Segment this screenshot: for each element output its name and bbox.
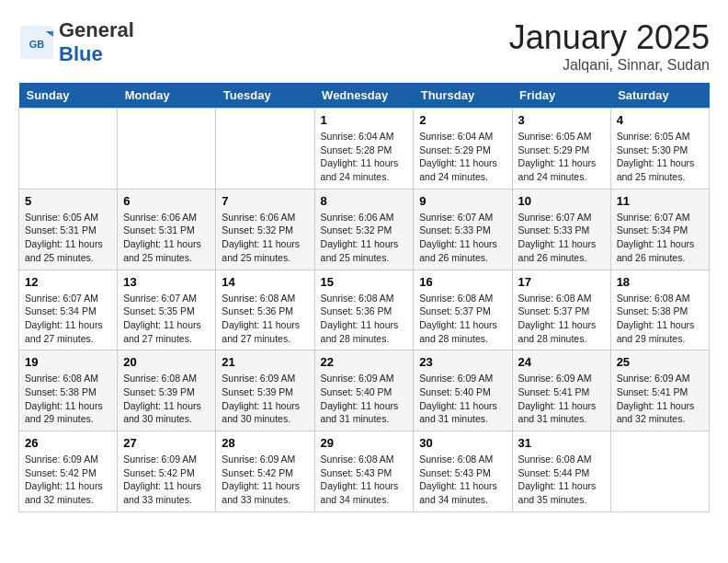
day-info: Sunrise: 6:06 AM Sunset: 5:31 PM Dayligh… [123,211,210,265]
day-info: Sunrise: 6:05 AM Sunset: 5:29 PM Dayligh… [518,130,605,184]
weekday-header-monday: Monday [118,83,216,109]
day-info: Sunrise: 6:09 AM Sunset: 5:40 PM Dayligh… [419,372,506,426]
calendar-cell: 3Sunrise: 6:05 AM Sunset: 5:29 PM Daylig… [512,109,610,190]
day-info: Sunrise: 6:04 AM Sunset: 5:29 PM Dayligh… [419,130,506,184]
page-header: GB General Blue January 2025 Jalqani, Si… [18,18,710,74]
calendar-cell: 27Sunrise: 6:09 AM Sunset: 5:42 PM Dayli… [118,431,216,512]
day-info: Sunrise: 6:07 AM Sunset: 5:34 PM Dayligh… [617,211,703,265]
day-info: Sunrise: 6:05 AM Sunset: 5:31 PM Dayligh… [25,211,111,265]
calendar-cell: 28Sunrise: 6:09 AM Sunset: 5:42 PM Dayli… [216,431,314,512]
day-info: Sunrise: 6:09 AM Sunset: 5:42 PM Dayligh… [222,453,308,507]
day-info: Sunrise: 6:09 AM Sunset: 5:42 PM Dayligh… [25,453,111,507]
day-info: Sunrise: 6:07 AM Sunset: 5:34 PM Dayligh… [25,292,111,346]
month-title: January 2025 [509,18,710,57]
day-number: 23 [419,355,506,369]
calendar-cell: 8Sunrise: 6:06 AM Sunset: 5:32 PM Daylig… [314,189,414,270]
day-number: 16 [419,275,506,289]
weekday-header-sunday: Sunday [19,83,118,109]
calendar-cell: 20Sunrise: 6:08 AM Sunset: 5:39 PM Dayli… [118,350,216,431]
day-number: 26 [25,436,111,450]
day-number: 19 [25,355,111,369]
calendar-cell: 22Sunrise: 6:09 AM Sunset: 5:40 PM Dayli… [314,350,414,431]
day-info: Sunrise: 6:08 AM Sunset: 5:36 PM Dayligh… [222,292,308,346]
day-number: 1 [321,113,408,127]
calendar-cell: 14Sunrise: 6:08 AM Sunset: 5:36 PM Dayli… [216,270,314,350]
day-info: Sunrise: 6:09 AM Sunset: 5:40 PM Dayligh… [321,372,408,426]
day-info: Sunrise: 6:06 AM Sunset: 5:32 PM Dayligh… [321,211,408,265]
calendar-cell: 7Sunrise: 6:06 AM Sunset: 5:32 PM Daylig… [216,189,314,270]
day-number: 25 [617,355,703,369]
day-info: Sunrise: 6:09 AM Sunset: 5:42 PM Dayligh… [123,453,210,507]
day-number: 22 [321,355,408,369]
day-info: Sunrise: 6:07 AM Sunset: 5:35 PM Dayligh… [123,292,210,346]
calendar-cell: 13Sunrise: 6:07 AM Sunset: 5:35 PM Dayli… [118,270,216,350]
day-number: 15 [321,275,408,289]
calendar-cell: 10Sunrise: 6:07 AM Sunset: 5:33 PM Dayli… [512,189,610,270]
day-number: 31 [518,436,605,450]
calendar-cell: 18Sunrise: 6:08 AM Sunset: 5:38 PM Dayli… [610,270,709,350]
day-info: Sunrise: 6:08 AM Sunset: 5:38 PM Dayligh… [25,372,111,426]
calendar-cell: 25Sunrise: 6:09 AM Sunset: 5:41 PM Dayli… [610,350,709,431]
svg-text:GB: GB [29,39,45,50]
day-info: Sunrise: 6:08 AM Sunset: 5:38 PM Dayligh… [617,292,703,346]
calendar-cell: 5Sunrise: 6:05 AM Sunset: 5:31 PM Daylig… [19,189,118,270]
weekday-header-tuesday: Tuesday [216,83,314,109]
calendar-cell: 9Sunrise: 6:07 AM Sunset: 5:33 PM Daylig… [414,189,512,270]
title-block: January 2025 Jalqani, Sinnar, Sudan [509,18,710,74]
logo-blue-text: Blue [59,42,103,65]
day-number: 11 [617,194,703,208]
calendar-cell: 24Sunrise: 6:09 AM Sunset: 5:41 PM Dayli… [512,350,610,431]
calendar-cell: 6Sunrise: 6:06 AM Sunset: 5:31 PM Daylig… [118,189,216,270]
weekday-header-row: SundayMondayTuesdayWednesdayThursdayFrid… [19,83,710,109]
day-info: Sunrise: 6:08 AM Sunset: 5:43 PM Dayligh… [321,453,408,507]
calendar-cell: 19Sunrise: 6:08 AM Sunset: 5:38 PM Dayli… [19,350,118,431]
calendar-cell [19,109,118,190]
week-row-5: 26Sunrise: 6:09 AM Sunset: 5:42 PM Dayli… [19,431,710,512]
day-number: 27 [123,436,210,450]
day-number: 20 [123,355,210,369]
day-info: Sunrise: 6:08 AM Sunset: 5:36 PM Dayligh… [321,292,408,346]
calendar-cell: 26Sunrise: 6:09 AM Sunset: 5:42 PM Dayli… [19,431,118,512]
day-info: Sunrise: 6:09 AM Sunset: 5:41 PM Dayligh… [518,372,605,426]
day-info: Sunrise: 6:08 AM Sunset: 5:44 PM Dayligh… [518,453,605,507]
calendar-cell: 21Sunrise: 6:09 AM Sunset: 5:39 PM Dayli… [216,350,314,431]
day-info: Sunrise: 6:07 AM Sunset: 5:33 PM Dayligh… [419,211,506,265]
day-number: 12 [25,275,111,289]
day-info: Sunrise: 6:04 AM Sunset: 5:28 PM Dayligh… [321,130,408,184]
day-info: Sunrise: 6:09 AM Sunset: 5:39 PM Dayligh… [222,372,308,426]
day-number: 30 [419,436,506,450]
calendar-cell [216,109,314,190]
day-number: 24 [518,355,605,369]
weekday-header-wednesday: Wednesday [314,83,414,109]
day-number: 4 [617,113,703,127]
calendar-cell: 23Sunrise: 6:09 AM Sunset: 5:40 PM Dayli… [414,350,512,431]
day-number: 18 [617,275,703,289]
calendar-table: SundayMondayTuesdayWednesdayThursdayFrid… [18,83,710,512]
calendar-cell: 12Sunrise: 6:07 AM Sunset: 5:34 PM Dayli… [19,270,118,350]
day-number: 29 [321,436,408,450]
day-number: 3 [518,113,605,127]
day-info: Sunrise: 6:05 AM Sunset: 5:30 PM Dayligh… [617,130,703,184]
day-info: Sunrise: 6:08 AM Sunset: 5:37 PM Dayligh… [419,292,506,346]
calendar-cell: 30Sunrise: 6:08 AM Sunset: 5:43 PM Dayli… [414,431,512,512]
calendar-cell: 31Sunrise: 6:08 AM Sunset: 5:44 PM Dayli… [512,431,610,512]
weekday-header-friday: Friday [512,83,610,109]
week-row-1: 1Sunrise: 6:04 AM Sunset: 5:28 PM Daylig… [19,109,710,190]
day-number: 17 [518,275,605,289]
calendar-cell: 4Sunrise: 6:05 AM Sunset: 5:30 PM Daylig… [610,109,709,190]
calendar-cell [118,109,216,190]
day-info: Sunrise: 6:08 AM Sunset: 5:39 PM Dayligh… [123,372,210,426]
day-number: 14 [222,275,308,289]
weekday-header-thursday: Thursday [414,83,512,109]
week-row-2: 5Sunrise: 6:05 AM Sunset: 5:31 PM Daylig… [19,189,710,270]
calendar-cell: 11Sunrise: 6:07 AM Sunset: 5:34 PM Dayli… [610,189,709,270]
day-info: Sunrise: 6:06 AM Sunset: 5:32 PM Dayligh… [222,211,308,265]
day-info: Sunrise: 6:08 AM Sunset: 5:43 PM Dayligh… [419,453,506,507]
day-number: 28 [222,436,308,450]
calendar-cell: 15Sunrise: 6:08 AM Sunset: 5:36 PM Dayli… [314,270,414,350]
day-number: 7 [222,194,308,208]
location: Jalqani, Sinnar, Sudan [509,57,710,74]
calendar-cell: 16Sunrise: 6:08 AM Sunset: 5:37 PM Dayli… [414,270,512,350]
logo-icon: GB [18,24,55,61]
logo-general-text: General [59,18,134,41]
